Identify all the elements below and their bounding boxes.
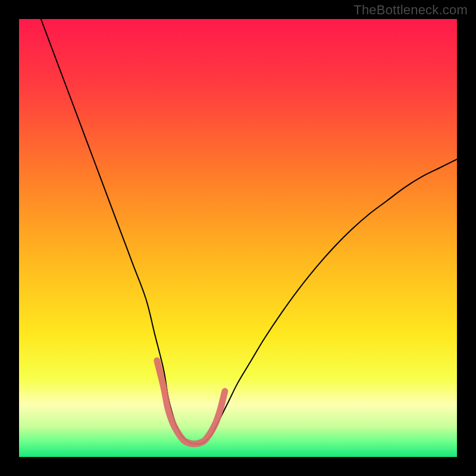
plot-area [19, 19, 457, 457]
chart-svg [19, 19, 457, 457]
gradient-background [19, 19, 457, 457]
chart-frame: TheBottleneck.com [0, 0, 476, 476]
watermark-text: TheBottleneck.com [353, 2, 468, 18]
